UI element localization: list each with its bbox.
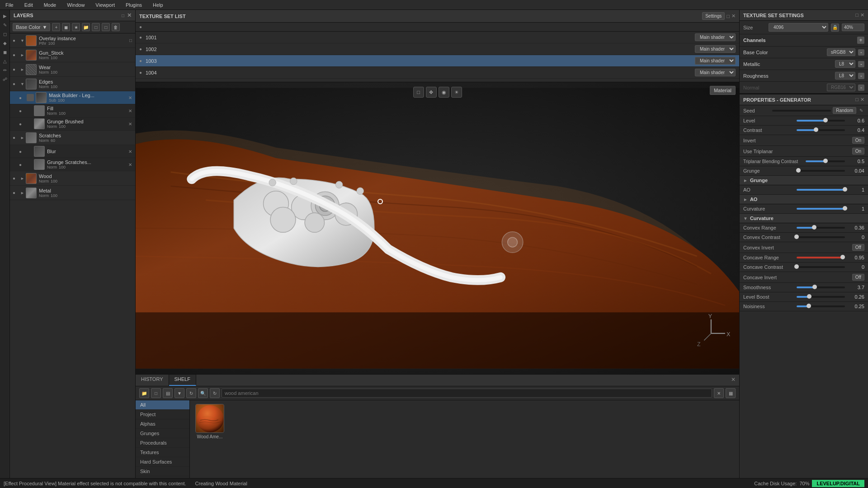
material-dropdown[interactable]: Material: [710, 86, 736, 95]
tool-clone[interactable]: ☍: [1, 75, 9, 83]
tool-smudge[interactable]: ◆: [1, 39, 9, 47]
layer-mask-eye[interactable]: ●: [19, 95, 25, 100]
channel-roughness-format[interactable]: L8: [835, 72, 855, 80]
texture-1001-shader[interactable]: Main shader: [695, 33, 736, 41]
layer-grunge-brushed-eye[interactable]: ●: [19, 122, 25, 127]
tab-close[interactable]: ✕: [727, 375, 739, 386]
layers-panel-close[interactable]: ✕: [127, 12, 132, 19]
layer-grunge-brushed[interactable]: ● Grunge Brushed Norm 100 ✕: [10, 117, 135, 131]
concave-range-slider[interactable]: [797, 257, 845, 258]
layer-edges-eye[interactable]: ●: [13, 81, 19, 86]
viewport-btn-move[interactable]: ✥: [426, 87, 437, 98]
layer-grunge-brushed-close[interactable]: ✕: [128, 121, 132, 127]
props-gen-close[interactable]: ✕: [860, 97, 864, 103]
texture-1004-shader[interactable]: Main shader: [695, 69, 736, 76]
ao-section[interactable]: ► AO: [740, 195, 868, 204]
layer-add-fill[interactable]: ◼: [62, 23, 70, 31]
tool-select[interactable]: ▶: [1, 12, 9, 20]
texture-settings-close[interactable]: ✕: [860, 12, 864, 18]
viewport[interactable]: X Y Z Material □ ✥ ◉ ☀: [136, 82, 739, 374]
layer-scratches-eye[interactable]: ●: [13, 135, 19, 140]
shelf-cat-all[interactable]: All: [136, 400, 189, 410]
base-color-dropdown[interactable]: Base Color ▼: [13, 23, 50, 31]
convex-contrast-slider[interactable]: [797, 236, 845, 238]
layer-edges-expand[interactable]: ▼: [20, 82, 25, 86]
props-gen-expand[interactable]: □: [855, 97, 859, 103]
shelf-search-input[interactable]: [222, 389, 712, 398]
noisiness-slider[interactable]: [797, 305, 845, 307]
shelf-close-search[interactable]: ✕: [714, 388, 724, 398]
shelf-cat-skin[interactable]: Skin: [136, 467, 189, 476]
layer-fill-close[interactable]: ✕: [128, 108, 132, 114]
convex-invert-toggle[interactable]: Off: [852, 244, 864, 251]
channel-normal-format[interactable]: RGB16: [827, 84, 855, 91]
layer-mask-builder[interactable]: ● Mask Builder - Leg... Sub 100 ✕: [10, 91, 135, 104]
layer-delete[interactable]: 🗑: [112, 23, 120, 31]
shelf-cat-procedurals[interactable]: Procedurals: [136, 438, 189, 448]
layer-metal-expand[interactable]: ►: [20, 191, 25, 195]
layers-panel-expand[interactable]: □: [122, 13, 124, 18]
layer-add-mask[interactable]: □: [92, 23, 100, 31]
menu-item-window[interactable]: Window: [65, 1, 86, 9]
texture-1001-eye[interactable]: ●: [139, 35, 142, 40]
channel-roughness-remove[interactable]: -: [858, 73, 864, 79]
tool-polygon[interactable]: △: [1, 57, 9, 65]
shelf-folder-btn[interactable]: 📁: [139, 388, 149, 398]
shelf-cat-textures[interactable]: Textures: [136, 448, 189, 457]
layer-metal[interactable]: ● ► Metal Norm 100: [10, 186, 135, 200]
ao-slider[interactable]: [797, 189, 845, 191]
layer-add-effect[interactable]: ★: [72, 23, 80, 31]
menu-item-viewport[interactable]: Viewport: [94, 1, 117, 9]
layer-gun-stock-eye[interactable]: ●: [13, 52, 19, 57]
seed-edit-btn[interactable]: ✎: [858, 108, 864, 113]
texture-1004-eye[interactable]: ●: [139, 70, 142, 75]
layer-mask-close[interactable]: ✕: [128, 95, 132, 101]
level-boost-slider[interactable]: [797, 296, 845, 298]
curvature-slider[interactable]: [797, 208, 845, 210]
channels-add-btn[interactable]: +: [857, 37, 864, 44]
seed-random-btn[interactable]: Random: [833, 107, 856, 114]
layer-gun-stock[interactable]: ● ► Gun_Stock Norm 100: [10, 48, 135, 62]
shelf-reload-btn[interactable]: ↻: [210, 388, 220, 398]
layer-scratches-expand[interactable]: ►: [20, 136, 25, 140]
tool-eraser[interactable]: ◻: [1, 30, 9, 38]
texture-1002-eye[interactable]: ●: [139, 47, 142, 52]
curvature-section[interactable]: ▼ Curvature: [740, 214, 868, 223]
menu-item-help[interactable]: Help: [151, 1, 165, 9]
concave-contrast-slider[interactable]: [797, 266, 845, 268]
layer-wood-expand[interactable]: ►: [20, 176, 25, 181]
layer-wear-eye[interactable]: ●: [13, 67, 19, 72]
grunge-section[interactable]: ► Grunge: [740, 176, 868, 185]
layer-wear-expand[interactable]: ►: [20, 67, 25, 72]
layer-overlay-expand[interactable]: ▼: [20, 38, 25, 43]
texture-1003-shader[interactable]: Main shader: [695, 57, 736, 65]
viewport-btn-select[interactable]: □: [413, 87, 424, 98]
size-lock[interactable]: 🔒: [831, 23, 839, 32]
texture-row-1004[interactable]: ● 1004 Main shader: [136, 67, 739, 79]
channel-base-color-format[interactable]: sRGB8: [827, 48, 855, 56]
layer-wood-eye[interactable]: ●: [13, 176, 19, 181]
texture-row-1002[interactable]: ● 1002 Main shader: [136, 43, 739, 55]
layer-blur-close[interactable]: ✕: [128, 149, 132, 155]
layer-grunge-scratches-close[interactable]: ✕: [128, 162, 132, 168]
layer-add-folder[interactable]: 📁: [82, 23, 90, 31]
shelf-grid-view-btn[interactable]: ▦: [726, 388, 736, 398]
channel-normal-remove[interactable]: -: [858, 84, 864, 91]
invert-toggle[interactable]: On: [852, 137, 864, 144]
channel-base-color-remove[interactable]: -: [858, 49, 864, 56]
smoothness-slider[interactable]: [797, 286, 845, 288]
shelf-list-btn[interactable]: ▤: [163, 388, 173, 398]
texture-list-close[interactable]: ✕: [731, 13, 736, 19]
layer-add-paint[interactable]: +: [52, 23, 60, 31]
shelf-cat-alphas[interactable]: Alphas: [136, 419, 189, 429]
channel-metallic-remove[interactable]: -: [858, 61, 864, 67]
layer-scratches[interactable]: ● ► Scratches Norm 60: [10, 131, 135, 145]
tab-shelf[interactable]: SHELF: [169, 375, 196, 386]
layer-overlay-copy[interactable]: □: [129, 38, 132, 43]
shelf-filter-btn[interactable]: ▼: [175, 388, 184, 398]
texture-row-1001[interactable]: ● 1001 Main shader: [136, 32, 739, 43]
contrast-slider[interactable]: [797, 129, 845, 131]
channel-metallic-format[interactable]: L8: [835, 60, 855, 68]
menu-item-plugins[interactable]: Plugins: [124, 1, 144, 9]
layer-metal-eye[interactable]: ●: [13, 190, 19, 195]
